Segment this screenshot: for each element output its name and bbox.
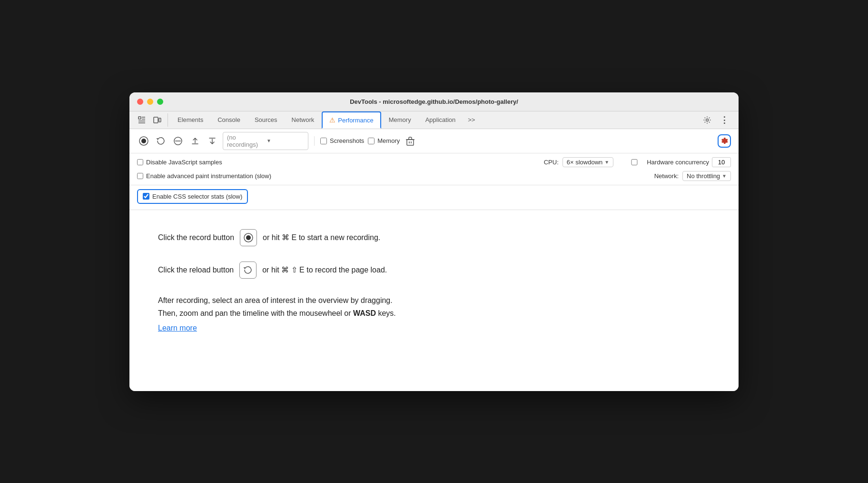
screenshots-checkbox[interactable] [320,138,327,144]
hardware-concurrency-group: Hardware concurrency 10 [625,157,731,167]
cpu-value: 6× slowdown [567,159,603,166]
network-select[interactable]: No throttling ▼ [682,171,731,181]
device-toolbar-icon[interactable] [150,113,164,127]
svg-rect-6 [159,118,161,122]
description-line2-text: Then, zoom and pan the timeline with the… [158,309,351,317]
reload-text-before: Click the reload button [158,266,234,274]
enable-advanced-paint-checkbox[interactable] [137,173,143,179]
description-block: After recording, select an area of inter… [158,294,710,335]
tab-network[interactable]: Network [285,112,321,127]
css-stats-group: Enable CSS selector stats (slow) [137,189,248,204]
memory-checkbox[interactable] [368,138,375,144]
settings-button[interactable] [700,113,714,127]
main-content: Click the record button or hit ⌘ E to st… [129,210,739,391]
reload-instruction: Click the reload button or hit ⌘ ⇧ E to … [158,262,710,279]
network-label: Network: [654,172,679,180]
tab-performance-label: Performance [338,117,373,124]
settings-row-2: Enable advanced paint instrumentation (s… [137,171,731,181]
record-instruction: Click the record button or hit ⌘ E to st… [158,229,710,246]
load-profile-button[interactable] [188,134,202,148]
description-line2-end: keys. [378,309,395,317]
record-text-before: Click the record button [158,233,234,242]
disable-js-samples-group: Disable JavaScript samples [137,159,222,166]
tab-application[interactable]: Application [419,112,463,127]
more-tabs-button[interactable]: >> [463,113,480,126]
window-title: DevTools - microsoftedge.github.io/Demos… [350,98,518,105]
tab-performance[interactable]: ⚠ Performance [322,111,381,129]
cpu-select-arrow-icon: ▼ [604,160,609,165]
settings-row-1: Disable JavaScript samples CPU: 6× slowd… [137,157,731,167]
cpu-label: CPU: [544,159,559,166]
devtools-window: DevTools - microsoftedge.github.io/Demos… [129,92,739,391]
description-line2: Then, zoom and pan the timeline with the… [158,307,710,320]
tab-sources[interactable]: Sources [248,112,284,127]
learn-more-link[interactable]: Learn more [158,324,197,332]
network-value: No throttling [687,172,720,180]
svg-point-7 [706,119,709,121]
cpu-group: CPU: 6× slowdown ▼ [544,157,614,167]
dropdown-arrow-icon: ▼ [266,138,304,143]
description-bold: WASD [353,309,376,317]
reload-button[interactable] [154,134,168,148]
disable-js-samples-checkbox[interactable] [137,159,143,165]
minimize-button[interactable] [147,99,153,105]
svg-rect-12 [407,140,414,145]
tab-bar: Elements Console Sources Network ⚠ Perfo… [129,111,739,129]
cpu-select[interactable]: 6× slowdown ▼ [562,157,613,167]
more-options-button[interactable]: ⋮ [718,113,731,127]
svg-point-16 [246,235,251,240]
performance-warning-icon: ⚠ [329,116,335,124]
memory-label[interactable]: Memory [377,137,400,144]
garbage-collect-button[interactable] [404,134,417,148]
css-stats-checkbox[interactable] [143,193,149,200]
record-button[interactable] [137,134,150,148]
enable-advanced-paint-group: Enable advanced paint instrumentation (s… [137,172,271,180]
enable-advanced-paint-label[interactable]: Enable advanced paint instrumentation (s… [146,172,271,180]
hardware-concurrency-label[interactable]: Hardware concurrency [647,159,709,166]
reload-text-after: or hit ⌘ ⇧ E to record the page load. [262,265,387,274]
save-profile-button[interactable] [206,134,219,148]
inspect-element-icon[interactable] [135,113,148,127]
record-icon-inline [240,229,257,246]
close-button[interactable] [137,99,143,105]
tab-settings-area: ⋮ [699,111,733,129]
tab-memory[interactable]: Memory [382,112,418,127]
description-line1: After recording, select an area of inter… [158,294,710,307]
screenshots-checkbox-row: Screenshots [320,137,364,144]
css-stats-row: Enable CSS selector stats (slow) [129,185,739,210]
maximize-button[interactable] [157,99,163,105]
disable-js-samples-label[interactable]: Disable JavaScript samples [146,159,222,166]
network-select-arrow-icon: ▼ [722,173,727,179]
svg-rect-0 [138,117,141,119]
css-stats-label[interactable]: Enable CSS selector stats (slow) [152,193,242,200]
tab-elements[interactable]: Elements [171,112,210,127]
clear-button[interactable] [171,134,185,148]
performance-toolbar: (no recordings) ▼ Screenshots Memory [129,129,739,153]
title-bar: DevTools - microsoftedge.github.io/Demos… [129,92,739,111]
svg-rect-5 [154,117,158,123]
recordings-placeholder: (no recordings) [227,134,265,148]
memory-checkbox-row: Memory [368,137,400,144]
recordings-dropdown[interactable]: (no recordings) ▼ [223,132,308,150]
svg-point-9 [141,139,146,143]
traffic-lights [137,99,163,105]
network-throttle-group: Network: No throttling ▼ [654,171,731,181]
record-text-after: or hit ⌘ E to start a new recording. [263,233,380,242]
tab-console[interactable]: Console [211,112,247,127]
settings-panel: Disable JavaScript samples CPU: 6× slowd… [129,153,739,185]
reload-icon-inline [239,262,256,279]
hardware-concurrency-input[interactable]: 10 [712,157,731,167]
screenshots-label[interactable]: Screenshots [330,137,364,144]
toolbar-separator-1 [314,136,315,146]
performance-settings-button[interactable] [718,134,731,148]
hardware-concurrency-checkbox[interactable] [625,159,644,165]
